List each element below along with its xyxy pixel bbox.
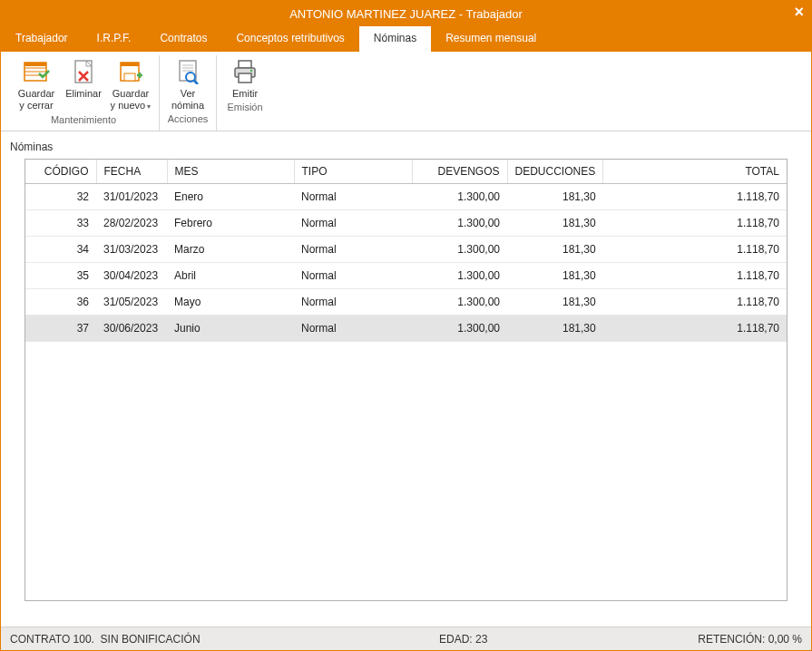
save-close-button[interactable]: Guardary cerrar	[14, 55, 59, 112]
cell-codigo: 36	[25, 289, 96, 316]
emit-button[interactable]: Emitir	[222, 55, 268, 100]
title-bar: ANTONIO MARTINEZ JUAREZ - Trabajador ×	[1, 1, 811, 26]
cell-fecha: 31/03/2023	[96, 237, 167, 263]
col-mes[interactable]: MES	[167, 160, 294, 184]
col-devengos[interactable]: DEVENGOS	[412, 160, 507, 184]
svg-rect-17	[239, 73, 251, 83]
cell-fecha: 31/01/2023	[96, 184, 167, 210]
cell-deducciones: 181,30	[507, 289, 603, 316]
cell-tipo: Normal	[294, 210, 412, 237]
status-contract: CONTRATO 100. SIN BONIFICACIÓN	[10, 633, 439, 646]
cell-deducciones: 181,30	[507, 210, 603, 237]
tab-contratos[interactable]: Contratos	[145, 26, 221, 52]
save-new-icon	[117, 57, 144, 86]
close-icon[interactable]: ×	[794, 3, 804, 22]
svg-line-14	[194, 81, 198, 84]
tab-trabajador[interactable]: Trabajador	[1, 26, 83, 52]
table-row[interactable]: 3328/02/2023FebreroNormal1.300,00181,301…	[25, 210, 787, 237]
cell-deducciones: 181,30	[507, 263, 603, 289]
svg-rect-4	[24, 63, 46, 66]
cell-devengos: 1.300,00	[412, 316, 507, 342]
save-close-icon	[23, 57, 50, 86]
cell-total: 1.118,70	[603, 210, 787, 237]
table-row[interactable]: 3631/05/2023MayoNormal1.300,00181,301.11…	[25, 289, 787, 316]
section-title: Nóminas	[8, 141, 804, 153]
cell-devengos: 1.300,00	[412, 263, 507, 289]
cell-devengos: 1.300,00	[412, 289, 507, 316]
ribbon-group-label: Acciones	[168, 112, 209, 127]
cell-deducciones: 181,30	[507, 184, 603, 210]
cell-devengos: 1.300,00	[412, 210, 507, 237]
cell-total: 1.118,70	[603, 237, 787, 263]
payroll-grid[interactable]: CÓDIGO FECHA MES TIPO DEVENGOS DEDUCCION…	[24, 159, 788, 601]
print-icon	[231, 57, 259, 86]
cell-deducciones: 181,30	[507, 237, 603, 263]
col-fecha[interactable]: FECHA	[96, 160, 167, 184]
cell-tipo: Normal	[294, 289, 412, 316]
ribbon-group-label: Emisión	[227, 100, 262, 115]
cell-mes: Mayo	[167, 289, 294, 316]
content-area: Nóminas CÓDIGO FECHA MES TIPO DEVENGOS D…	[1, 131, 811, 627]
cell-tipo: Normal	[294, 184, 412, 210]
tab-resumen-mensual[interactable]: Resumen mensual	[431, 26, 551, 52]
cell-deducciones: 181,30	[507, 316, 603, 342]
col-deducciones[interactable]: DEDUCCIONES	[507, 160, 603, 184]
cell-total: 1.118,70	[603, 263, 787, 289]
chevron-down-icon: ▾	[145, 102, 151, 111]
cell-codigo: 37	[25, 316, 96, 342]
cell-total: 1.118,70	[603, 289, 787, 316]
table-row[interactable]: 3730/06/2023JunioNormal1.300,00181,301.1…	[25, 316, 787, 342]
cell-mes: Junio	[167, 316, 294, 342]
col-total[interactable]: TOTAL	[603, 160, 787, 184]
cell-mes: Abril	[167, 263, 294, 289]
view-payroll-button[interactable]: Vernómina	[165, 55, 210, 112]
tab-i-r-p-f-[interactable]: I.R.P.F.	[83, 26, 146, 52]
cell-fecha: 30/06/2023	[96, 316, 167, 342]
cell-mes: Enero	[167, 184, 294, 210]
cell-devengos: 1.300,00	[412, 184, 507, 210]
cell-tipo: Normal	[294, 263, 412, 289]
table-header-row: CÓDIGO FECHA MES TIPO DEVENGOS DEDUCCION…	[25, 160, 787, 184]
cell-codigo: 33	[25, 210, 96, 237]
cell-tipo: Normal	[294, 316, 412, 342]
svg-rect-7	[121, 63, 139, 66]
tab-conceptos-retributivos[interactable]: Conceptos retributivos	[221, 26, 358, 52]
cell-total: 1.118,70	[603, 316, 787, 342]
table-row[interactable]: 3431/03/2023MarzoNormal1.300,00181,301.1…	[25, 237, 787, 263]
cell-mes: Marzo	[167, 237, 294, 263]
cell-fecha: 30/04/2023	[96, 263, 167, 289]
menu-bar: TrabajadorI.R.P.F.ContratosConceptos ret…	[1, 26, 811, 52]
svg-point-18	[250, 70, 252, 72]
delete-icon	[70, 57, 97, 86]
delete-button[interactable]: Eliminar	[61, 55, 106, 112]
col-tipo[interactable]: TIPO	[294, 160, 412, 184]
cell-devengos: 1.300,00	[412, 237, 507, 263]
save-new-button[interactable]: Guardary nuevo ▾	[108, 55, 153, 112]
col-codigo[interactable]: CÓDIGO	[25, 160, 96, 184]
table-row[interactable]: 3231/01/2023EneroNormal1.300,00181,301.1…	[25, 184, 787, 210]
status-age: EDAD: 23	[439, 633, 621, 646]
cell-codigo: 32	[25, 184, 96, 210]
tab-n-minas[interactable]: Nóminas	[359, 26, 431, 52]
table-row[interactable]: 3530/04/2023AbrilNormal1.300,00181,301.1…	[25, 263, 787, 289]
cell-fecha: 28/02/2023	[96, 210, 167, 237]
status-retention: RETENCIÓN: 0,00 %	[621, 633, 802, 646]
view-icon	[174, 57, 201, 86]
svg-rect-15	[239, 61, 251, 68]
cell-mes: Febrero	[167, 210, 294, 237]
cell-total: 1.118,70	[603, 184, 787, 210]
ribbon: Guardary cerrarEliminarGuardary nuevo ▾M…	[1, 52, 811, 131]
cell-codigo: 34	[25, 237, 96, 263]
window-title: ANTONIO MARTINEZ JUAREZ - Trabajador	[289, 7, 523, 21]
cell-fecha: 31/05/2023	[96, 289, 167, 316]
status-bar: CONTRATO 100. SIN BONIFICACIÓN EDAD: 23 …	[1, 627, 811, 650]
ribbon-group-label: Mantenimiento	[51, 112, 116, 128]
svg-rect-8	[124, 73, 135, 81]
cell-tipo: Normal	[294, 237, 412, 263]
cell-codigo: 35	[25, 263, 96, 289]
